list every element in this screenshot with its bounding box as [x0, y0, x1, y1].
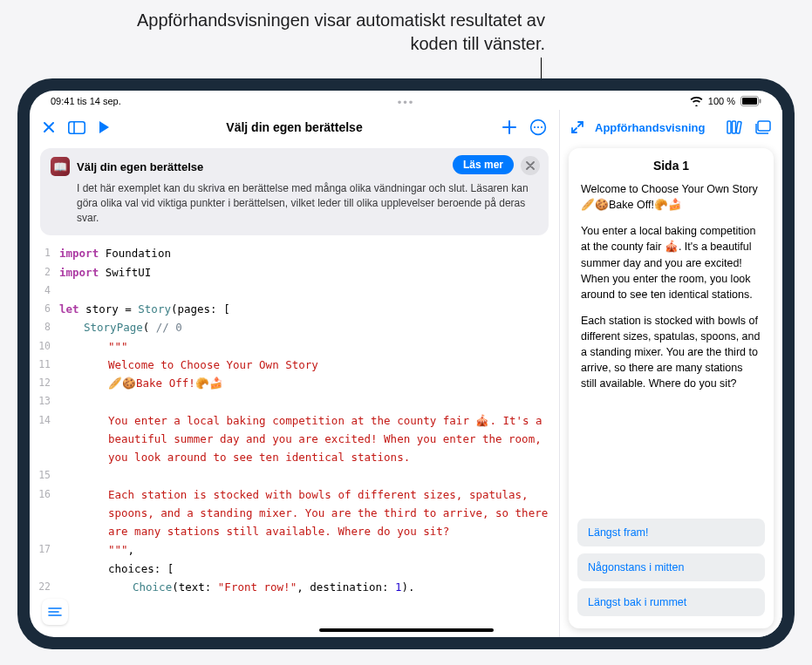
code-line[interactable]: 10"""	[30, 337, 559, 356]
editor-toolbar: Välj din egen berättelse	[30, 110, 559, 145]
code-content[interactable]: You enter a local baking competition at …	[59, 411, 559, 467]
svg-rect-12	[727, 121, 731, 133]
line-number	[30, 560, 59, 560]
lesson-title: Välj din egen berättelse	[77, 160, 203, 173]
preview-label[interactable]: Appförhandsvisning	[595, 121, 705, 134]
line-number: 17	[30, 540, 59, 559]
sidebar-toggle-icon[interactable]	[68, 121, 85, 134]
svg-rect-14	[736, 121, 741, 133]
line-number: 6	[30, 300, 59, 318]
preview-paragraph: Each station is stocked with bowls of di…	[581, 313, 761, 392]
code-line[interactable]: 14You enter a local baking competition a…	[30, 411, 559, 467]
code-line[interactable]: 1import Foundation	[30, 244, 559, 262]
line-number: 15	[30, 466, 59, 485]
code-content[interactable]: Welcome to Choose Your Own Story	[59, 356, 559, 374]
preview-page-title: Sida 1	[569, 148, 774, 181]
svg-rect-13	[733, 121, 736, 133]
code-content[interactable]: Each station is stocked with bowls of di…	[59, 485, 559, 541]
code-content[interactable]	[59, 466, 559, 485]
code-content[interactable]	[59, 282, 559, 300]
code-content[interactable]: import Foundation	[59, 244, 559, 262]
preview-toolbar: Appförhandsvisning	[560, 110, 782, 145]
svg-point-6	[534, 126, 536, 128]
run-icon[interactable]	[98, 120, 110, 134]
code-editor[interactable]: 1import Foundation2import SwiftUI4 6let …	[30, 242, 559, 637]
wifi-icon	[690, 97, 703, 106]
code-content[interactable]: """	[59, 337, 559, 356]
code-editor-pane: Välj din egen berättelse 📖 Välj din egen…	[30, 110, 560, 637]
svg-point-7	[537, 126, 539, 128]
expand-icon[interactable]	[570, 120, 584, 134]
lesson-app-icon: 📖	[51, 157, 70, 176]
read-more-button[interactable]: Läs mer	[453, 155, 514, 174]
line-number: 4	[30, 282, 59, 300]
figure-annotation: Appförhandsvisningen visar automatiskt r…	[135, 9, 545, 56]
windows-icon[interactable]	[754, 120, 772, 134]
line-number: 2	[30, 263, 59, 282]
code-content[interactable]	[59, 392, 559, 411]
status-bar: 09:41 tis 14 sep. ••• 100 %	[30, 91, 782, 110]
app-preview-card: Sida 1 Welcome to Choose Your Own Story …	[569, 148, 774, 628]
battery-icon	[740, 96, 761, 106]
svg-point-8	[541, 126, 542, 128]
svg-rect-3	[69, 121, 85, 132]
close-icon[interactable]	[42, 120, 56, 134]
svg-rect-2	[760, 99, 761, 104]
preview-choices: Längst fram!Någonstans i mittenLängst ba…	[569, 508, 774, 628]
close-card-icon[interactable]	[521, 156, 540, 175]
line-number: 14	[30, 411, 59, 430]
format-button[interactable]	[42, 599, 68, 625]
preview-pane: Appförhandsvisning Sida 1 Welcome to Cho…	[560, 110, 782, 637]
code-content[interactable]: 🥖🍪Bake Off!🥐🍰	[59, 374, 559, 392]
choice-button[interactable]: Längst fram!	[577, 519, 765, 546]
code-line[interactable]: 22Choice(text: "Front row!", destination…	[30, 578, 559, 596]
svg-rect-15	[758, 121, 770, 131]
code-line[interactable]: 17""",	[30, 540, 559, 559]
preview-paragraph: You enter a local baking competition at …	[581, 223, 761, 302]
choice-button[interactable]: Någonstans i mitten	[577, 553, 765, 581]
line-number: 22	[30, 578, 59, 596]
add-icon[interactable]	[502, 119, 517, 135]
more-icon[interactable]	[529, 119, 547, 136]
ipad-frame: 09:41 tis 14 sep. ••• 100 %	[17, 78, 795, 649]
multitask-handle-icon[interactable]: •••	[398, 96, 415, 109]
code-line[interactable]: choices: [	[30, 560, 559, 578]
choice-button[interactable]: Längst bak i rummet	[577, 588, 765, 616]
line-number: 16	[30, 485, 59, 504]
line-number: 10	[30, 337, 59, 356]
library-icon[interactable]	[727, 120, 744, 134]
code-content[interactable]: """,	[59, 540, 559, 559]
code-line[interactable]: 11Welcome to Choose Your Own Story	[30, 356, 559, 374]
code-line[interactable]: 12🥖🍪Bake Off!🥐🍰	[30, 374, 559, 392]
line-number: 13	[30, 392, 59, 411]
line-number: 12	[30, 374, 59, 392]
lesson-body: I det här exemplet kan du skriva en berä…	[51, 181, 538, 225]
battery-text: 100 %	[708, 96, 735, 106]
code-line[interactable]: 4	[30, 282, 559, 300]
home-indicator[interactable]	[319, 628, 494, 632]
code-line[interactable]: 15	[30, 466, 559, 485]
lesson-info-card: 📖 Välj din egen berättelse Läs mer I det…	[40, 148, 549, 235]
line-number: 11	[30, 356, 59, 374]
code-line[interactable]: 8StoryPage( // 0	[30, 318, 559, 336]
ipad-screen: 09:41 tis 14 sep. ••• 100 %	[30, 91, 782, 637]
status-time: 09:41 tis 14 sep.	[51, 96, 121, 106]
line-number: 8	[30, 318, 59, 336]
preview-body: Welcome to Choose Your Own Story 🥖🍪Bake …	[569, 181, 774, 403]
code-content[interactable]: StoryPage( // 0	[59, 318, 559, 336]
code-line[interactable]: 6let story = Story(pages: [	[30, 300, 559, 318]
preview-paragraph: Welcome to Choose Your Own Story 🥖🍪Bake …	[581, 181, 761, 213]
code-content[interactable]: Choice(text: "Front row!", destination: …	[59, 578, 559, 596]
code-line[interactable]: 13	[30, 392, 559, 411]
code-content[interactable]: import SwiftUI	[59, 263, 559, 282]
svg-rect-1	[742, 98, 757, 105]
line-number: 1	[30, 244, 59, 262]
code-line[interactable]: 16Each station is stocked with bowls of …	[30, 485, 559, 541]
code-content[interactable]: let story = Story(pages: [	[59, 300, 559, 318]
code-line[interactable]: 2import SwiftUI	[30, 263, 559, 282]
code-content[interactable]: choices: [	[59, 560, 559, 578]
